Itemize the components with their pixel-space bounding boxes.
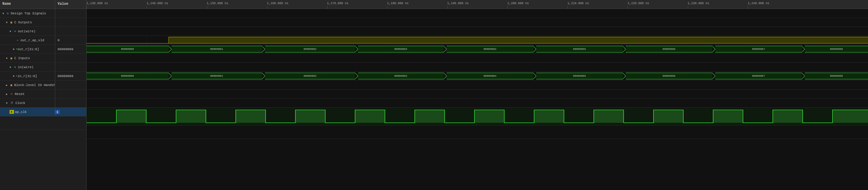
svg-rect-160 bbox=[176, 110, 206, 123]
signal-row-c-outputs[interactable]: ▼ ▣ C Outputs bbox=[0, 18, 86, 27]
value-in-wire bbox=[55, 66, 60, 69]
svg-text:00000008: 00000008 bbox=[830, 75, 843, 78]
signal-row-out-r[interactable]: ▶ ▪ out_r[31:0] 00000009 bbox=[0, 45, 86, 54]
waveform-row-c-inputs bbox=[87, 54, 868, 63]
wire-icon-in: ≋ bbox=[14, 66, 16, 69]
arrow-in-r: ▶ bbox=[13, 74, 14, 78]
signal-icon-out-r-ap-vld: ▪ bbox=[17, 39, 19, 42]
svg-rect-163 bbox=[355, 110, 385, 123]
svg-line-65 bbox=[623, 46, 626, 49]
svg-rect-171 bbox=[833, 110, 868, 123]
folder-icon-c-outputs: ▣ bbox=[10, 21, 12, 24]
signal-row-design-top[interactable]: ▼ ⊞ Design Top Signals bbox=[0, 9, 86, 18]
signal-row-ap-clk[interactable]: ⏵ ap_clk 1 bbox=[0, 108, 86, 116]
waveform-row-in-wire bbox=[87, 63, 868, 72]
signal-name-reset: ▶ ⟳ Reset bbox=[0, 90, 55, 98]
svg-line-48 bbox=[355, 49, 358, 53]
waveform-svg-out-r-ap-vld bbox=[87, 36, 868, 45]
waveform-row-ap-clk[interactable] bbox=[87, 108, 868, 126]
svg-text:00000003: 00000003 bbox=[394, 75, 407, 78]
svg-text:00000008: 00000008 bbox=[830, 48, 843, 51]
svg-rect-161 bbox=[236, 110, 266, 123]
label-c-inputs: C Inputs bbox=[14, 56, 30, 60]
signal-name-out-wire: ▼ ≋ out(wire) bbox=[0, 27, 55, 35]
timeline-ticks-container: 1,130.000 ns1,140.000 ns1,150.000 ns1,16… bbox=[87, 0, 868, 9]
timeline-tick: 1,210.000 ns bbox=[567, 2, 589, 5]
waveform-svg-out-r: 00000000 00000001 bbox=[87, 45, 868, 53]
svg-rect-164 bbox=[415, 110, 444, 123]
waveform-svg-ap-clk bbox=[87, 108, 868, 125]
arrow-reset: ▶ bbox=[6, 92, 7, 96]
arrow-design-top: ▼ bbox=[2, 12, 4, 15]
timeline-tick: 1,190.000 ns bbox=[447, 2, 469, 5]
svg-line-34 bbox=[168, 46, 172, 49]
svg-text:00000001: 00000001 bbox=[210, 75, 223, 78]
signal-row-empty bbox=[0, 116, 86, 130]
signal-row-block-io[interactable]: ▶ ▣ Block-level IO Handshake bbox=[0, 81, 86, 90]
waveform-row-extra bbox=[87, 126, 868, 139]
wire-icon-out: ≋ bbox=[14, 30, 16, 33]
timeline-tick: 1,130.000 ns bbox=[87, 2, 108, 5]
svg-text:00000005: 00000005 bbox=[573, 75, 586, 78]
arrow-out-wire: ▼ bbox=[9, 30, 11, 33]
signal-row-in-wire[interactable]: ▼ ≋ in(wire) bbox=[0, 63, 86, 72]
signal-name-ap-clk: ⏵ ap_clk bbox=[0, 108, 55, 116]
svg-text:00000004: 00000004 bbox=[484, 48, 496, 51]
svg-line-141 bbox=[802, 73, 805, 76]
waveform-row-reset bbox=[87, 90, 868, 99]
svg-text:00000004: 00000004 bbox=[484, 75, 496, 78]
label-ap-clk: ap_clk bbox=[15, 110, 27, 114]
svg-text:00000002: 00000002 bbox=[304, 75, 316, 78]
svg-line-71 bbox=[712, 46, 715, 49]
signal-name-c-inputs: ▼ ▣ C Inputs bbox=[0, 54, 55, 62]
col-value-header: Value bbox=[55, 0, 71, 9]
value-out-r-ap-vld: 0 bbox=[55, 37, 62, 43]
arrow-c-inputs: ▼ bbox=[6, 57, 7, 60]
arrow-in-wire: ▼ bbox=[9, 66, 11, 69]
signal-name-design-top: ▼ ⊞ Design Top Signals bbox=[0, 9, 55, 18]
timeline-tick-line bbox=[748, 6, 748, 9]
waveform-panel: 1,130.000 ns1,140.000 ns1,150.000 ns1,16… bbox=[87, 0, 868, 190]
svg-line-66 bbox=[623, 49, 626, 53]
waveform-row-in-r[interactable]: 00000000 00000001 00000002 bbox=[87, 72, 868, 81]
timeline-tick: 1,150.000 ns bbox=[207, 2, 228, 5]
svg-line-35 bbox=[168, 49, 172, 53]
label-clock: Clock bbox=[16, 101, 25, 105]
timeline-tick-line bbox=[207, 6, 207, 9]
timeline-tick-line bbox=[447, 6, 447, 9]
signal-row-out-r-ap-vld[interactable]: ▪ out_r_ap_vld 0 bbox=[0, 36, 86, 45]
signal-row-clock[interactable]: ▼ ⏱ Clock bbox=[0, 99, 86, 108]
svg-line-123 bbox=[533, 73, 536, 76]
waveform-row-out-r-ap-vld[interactable] bbox=[87, 36, 868, 45]
timeline-tick: 1,180.000 ns bbox=[387, 2, 408, 5]
signal-name-block-io: ▶ ▣ Block-level IO Handshake bbox=[0, 81, 55, 89]
timeline-tick-line bbox=[147, 6, 147, 9]
waveform-row-c-outputs bbox=[87, 18, 868, 27]
waveform-rows-container: 00000000 00000001 bbox=[87, 9, 868, 190]
label-out-r: out_r[31:0] bbox=[17, 48, 39, 51]
signal-row-reset[interactable]: ▶ ⟳ Reset bbox=[0, 90, 86, 99]
signal-rows: ▼ ⊞ Design Top Signals ▼ ▣ C Outputs bbox=[0, 9, 86, 190]
svg-line-142 bbox=[802, 76, 805, 79]
timeline-header: 1,130.000 ns1,140.000 ns1,150.000 ns1,16… bbox=[87, 0, 868, 9]
svg-text:00000000: 00000000 bbox=[121, 48, 134, 51]
svg-line-117 bbox=[444, 73, 447, 76]
timeline-tick-line bbox=[267, 6, 267, 9]
svg-rect-170 bbox=[773, 110, 803, 123]
value-c-outputs bbox=[55, 21, 60, 24]
signal-row-out-wire[interactable]: ▼ ≋ out(wire) bbox=[0, 27, 86, 36]
signal-name-clock: ▼ ⏱ Clock bbox=[0, 99, 55, 107]
signal-row-c-inputs[interactable]: ▼ ▣ C Inputs bbox=[0, 54, 86, 63]
svg-rect-159 bbox=[116, 110, 146, 123]
timeline-tick: 1,160.000 ns bbox=[267, 2, 288, 5]
signal-name-in-wire: ▼ ≋ in(wire) bbox=[0, 63, 55, 72]
svg-rect-168 bbox=[653, 110, 683, 123]
svg-line-105 bbox=[262, 73, 265, 76]
svg-line-77 bbox=[802, 46, 805, 49]
svg-text:00000005: 00000005 bbox=[573, 48, 586, 51]
waveform-row-out-r[interactable]: 00000000 00000001 bbox=[87, 45, 868, 54]
signal-row-in-r[interactable]: ▶ ▪ in_r[31:0] 00000009 bbox=[0, 72, 86, 81]
svg-text:00000006: 00000006 bbox=[662, 48, 675, 51]
svg-text:00000007: 00000007 bbox=[752, 75, 765, 78]
svg-line-118 bbox=[444, 76, 447, 79]
